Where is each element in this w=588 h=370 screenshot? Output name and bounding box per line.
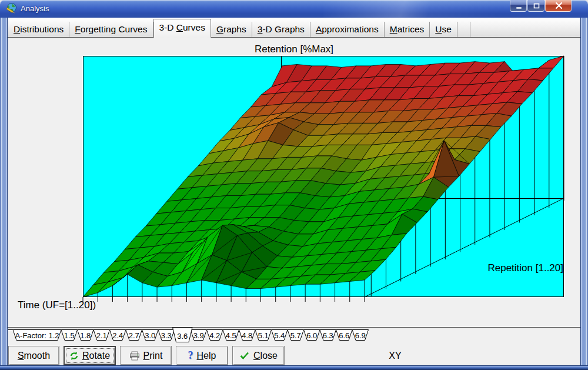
help-button[interactable]: ? Help	[176, 346, 228, 365]
window-border-right	[580, 18, 588, 365]
afactor-tab[interactable]: 2.7	[129, 331, 139, 340]
plane-indicator: XY	[365, 351, 426, 361]
afactor-tab[interactable]: 1.5	[64, 331, 75, 340]
check-icon	[239, 351, 250, 360]
tab-matrices[interactable]: Matrices	[385, 22, 430, 37]
rotate-button[interactable]: Rotate	[64, 346, 116, 365]
tab-3d-curves[interactable]: 3-D Curves	[153, 19, 211, 38]
chart-canvas: Retention [%Max] Repetition [1..20] Time…	[0, 0, 588, 370]
x-axis-label: Time (UF=[1..20])	[18, 299, 96, 311]
tab-use[interactable]: Use	[430, 22, 457, 37]
afactor-tab[interactable]: 6.6	[339, 331, 349, 340]
titlebar-gloss	[323, 0, 500, 18]
tab-forgetting-curves[interactable]: Forgetting Curves	[69, 22, 153, 37]
focus-rect	[66, 348, 113, 363]
y-axis-label: Repetition [1..20]	[487, 262, 563, 274]
help-icon: ?	[188, 349, 193, 362]
afactor-tab[interactable]: 5.4	[274, 331, 285, 340]
tab-3d-graphs[interactable]: 3-D Graphs	[252, 22, 310, 37]
print-icon	[129, 351, 140, 361]
afactor-tab[interactable]: 3.9	[193, 331, 204, 340]
print-button[interactable]: Print	[120, 346, 172, 365]
titlebar[interactable]: Analysis	[0, 0, 588, 18]
window-title: Analysis	[21, 4, 49, 13]
analysis-globe-icon	[5, 2, 18, 15]
tab-approximations[interactable]: Approximations	[310, 22, 385, 37]
close-button[interactable]	[545, 0, 572, 12]
tab-bar: Distributions Forgetting Curves 3-D Curv…	[8, 18, 580, 37]
tab-graphs[interactable]: Graphs	[211, 22, 252, 37]
afactor-tab-selected[interactable]: 3.6	[177, 332, 188, 341]
afactor-tab[interactable]: 2.1	[96, 331, 107, 340]
smooth-button[interactable]: Smooth	[8, 346, 59, 365]
afactor-tab[interactable]: 4.2	[209, 331, 220, 340]
maximize-button[interactable]	[527, 0, 544, 12]
afactor-tab[interactable]: 2.4	[112, 331, 123, 340]
afactor-tab[interactable]: 6.0	[306, 331, 317, 340]
chart-title: Retention [%Max]	[255, 44, 333, 55]
minimize-button[interactable]	[510, 0, 527, 12]
afactor-tab[interactable]: 3.0	[145, 331, 155, 340]
afactor-tab[interactable]: 4.5	[226, 331, 236, 340]
afactor-tab[interactable]: 5.1	[258, 331, 269, 340]
afactor-tab[interactable]: 1.8	[80, 331, 91, 340]
afactor-tab[interactable]: 3.3	[161, 331, 172, 340]
afactor-tab[interactable]: A-Factor: 1.2	[15, 331, 59, 340]
afactor-tab[interactable]: 5.7	[290, 331, 301, 340]
tab-bar-stub	[457, 22, 470, 37]
window-border-left	[0, 18, 8, 365]
tab-distributions[interactable]: Distributions	[8, 22, 69, 37]
afactor-tab[interactable]: 4.8	[242, 331, 252, 340]
close-dialog-button[interactable]: Close	[232, 346, 285, 365]
afactor-tab[interactable]: 6.9	[355, 331, 366, 340]
afactor-tab[interactable]: 6.3	[323, 331, 333, 340]
window-border-bottom	[0, 365, 588, 370]
